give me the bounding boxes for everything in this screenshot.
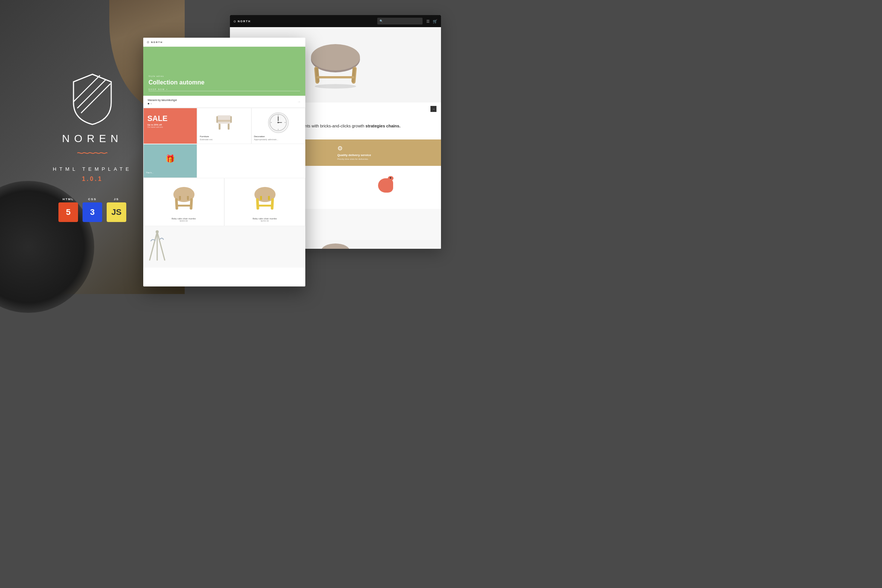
back-browser-search[interactable]: 🔍: [377, 18, 423, 24]
svg-rect-33: [216, 116, 218, 123]
furniture-card: Furniture Estimate est.: [197, 108, 251, 144]
browser-back-header: ⬡ NORTH 🔍 ☰ 🛒: [230, 15, 441, 27]
hero-banner: Style adres Collection automne SHOP NOW …: [143, 47, 305, 96]
html5-badge: HTML 5: [58, 198, 78, 222]
svg-rect-53: [257, 205, 273, 207]
svg-point-10: [315, 84, 356, 89]
feature-item-1: ⚙ Quality delivery service Priority time…: [337, 145, 436, 161]
ottoman-stool-svg: [305, 40, 366, 89]
bottom-grid: Baby calm chair mumbo $399.00: [143, 178, 305, 226]
svg-rect-32: [217, 120, 231, 122]
sale-card: SALE Up to 25% off Our latest add-ons: [143, 108, 197, 144]
dot-2: [150, 103, 152, 104]
svg-rect-31: [228, 124, 230, 130]
html5-label: HTML: [63, 198, 74, 201]
svg-rect-9: [317, 76, 354, 78]
svg-rect-34: [230, 116, 232, 123]
gift-image: 🎁: [146, 147, 194, 170]
tech-badges: HTML 5 CSS 3 JS JS: [58, 198, 126, 222]
template-label: HTML TEMPLATE: [53, 166, 132, 172]
svg-point-60: [156, 230, 159, 233]
product-grid-front: SALE Up to 25% off Our latest add-ons: [143, 108, 305, 178]
back-browser-logo: ⬡ NORTH: [234, 20, 251, 23]
version-label: 1.0.1: [82, 176, 103, 182]
showcase-bird: [337, 173, 436, 205]
js-icon: JS: [107, 202, 126, 222]
svg-point-4: [311, 44, 360, 70]
svg-point-18: [321, 243, 350, 249]
bottom-card-0: Baby calm chair mumbo $399.00: [143, 178, 224, 226]
coat-rack-section: [143, 226, 305, 268]
bottom-chair-image-1: [228, 182, 302, 216]
dot-1: [148, 103, 149, 104]
css3-badge: CSS 3: [83, 198, 102, 222]
js-label: JS: [114, 198, 119, 201]
front-browser-logo: ⬡ NORTH: [147, 41, 163, 43]
clock-image: [254, 111, 303, 134]
decoration-card: Decoration Appropriately adminstr...: [251, 108, 305, 144]
settings-icon: ⚙: [337, 145, 343, 152]
product-row: Manami by takumikohgei →: [143, 96, 305, 108]
svg-rect-56: [259, 188, 271, 196]
gift-card: 🎁 The h...: [143, 144, 197, 178]
clock-circle: [268, 112, 289, 133]
svg-rect-49: [178, 188, 190, 196]
gift-icon: 🎁: [165, 154, 175, 163]
css3-icon: 3: [83, 202, 102, 222]
svg-line-57: [150, 232, 157, 260]
html5-icon: 5: [58, 202, 78, 222]
css3-label: CSS: [88, 198, 96, 201]
browser-front-content: Style adres Collection automne SHOP NOW …: [143, 47, 305, 286]
product-row-arrow[interactable]: →: [297, 100, 301, 104]
hamburger-icon[interactable]: ☰: [426, 19, 430, 23]
bottom-chair-image-0: [147, 182, 221, 216]
coat-rack-svg: [148, 230, 167, 264]
hero-cta[interactable]: SHOP NOW >: [149, 88, 300, 91]
svg-point-38: [277, 122, 279, 123]
browser-front-header: ⬡ NORTH: [143, 38, 305, 47]
bird-image: [372, 173, 402, 199]
carousel-arrow-right[interactable]: →: [430, 106, 436, 112]
brand-name: NOREN: [62, 133, 122, 145]
furniture-image: [200, 111, 248, 134]
carousel-dots: [148, 103, 177, 104]
svg-line-59: [157, 232, 165, 260]
svg-rect-46: [176, 205, 192, 207]
cart-icon[interactable]: 🛒: [433, 19, 437, 23]
mockup-area: ⬡ NORTH 🔍 ☰ 🛒: [143, 15, 441, 286]
wave-divider: [77, 149, 107, 157]
svg-line-1: [81, 84, 110, 113]
bottom-card-1: Baby calm chair mumbo $249.40: [224, 178, 305, 226]
js-badge: JS JS: [107, 198, 126, 222]
svg-rect-29: [217, 115, 231, 124]
svg-rect-30: [219, 124, 220, 130]
brand-shield-logo: [70, 72, 115, 125]
browser-front: ⬡ NORTH Style adres Collection automne S…: [143, 38, 305, 286]
back-browser-icons: ☰ 🛒: [426, 19, 437, 23]
